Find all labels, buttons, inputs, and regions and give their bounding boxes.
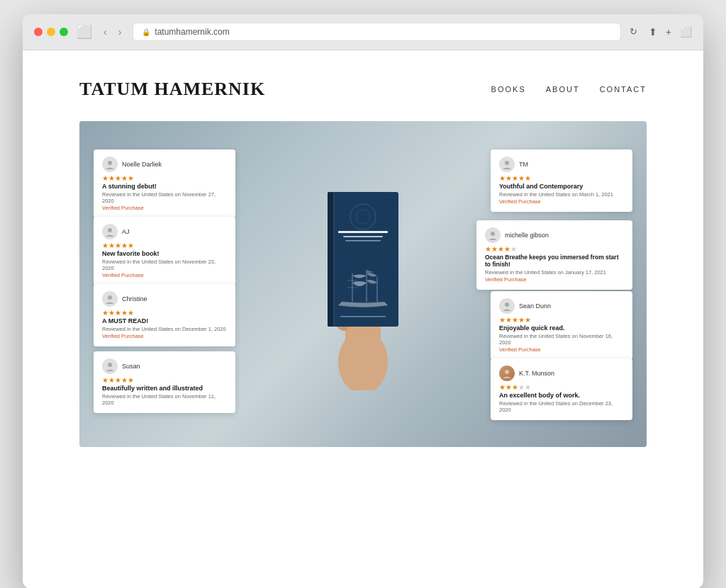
nav-about[interactable]: ABOUT: [546, 85, 580, 94]
review-title-4: Beautifully written and illustrated: [102, 385, 227, 392]
stars-4: ★★★★★: [102, 376, 227, 384]
reviewer-avatar-3: [102, 291, 118, 307]
stars-6: ★★★★★: [485, 245, 624, 253]
close-button[interactable]: [34, 28, 43, 36]
stars-8: ★★★★★: [499, 383, 624, 391]
review-card-1: Noelle Darliek ★★★★★ A stunning debut! R…: [94, 149, 235, 218]
traffic-lights: [34, 28, 68, 36]
verified-2: Verified Purchase: [102, 272, 227, 278]
review-card-5: TM ★★★★★ Youthful and Contemporary Revie…: [491, 149, 632, 212]
review-card-3: Christine ★★★★★ A MUST READ! Reviewed in…: [94, 284, 235, 346]
review-header-3: Christine: [102, 291, 227, 307]
verified-3: Verified Purchase: [102, 333, 227, 339]
lock-icon: 🔒: [142, 28, 150, 36]
svg-point-17: [108, 161, 112, 165]
reviewer-avatar-7: [499, 298, 515, 314]
review-card-2: AJ ★★★★★ New favorite book! Reviewed in …: [94, 217, 235, 285]
nav-books[interactable]: BOOKS: [491, 85, 526, 94]
reviewer-avatar-2: [102, 224, 118, 239]
review-card-6: michelle gibson ★★★★★ Ocean Breathe keep…: [476, 220, 632, 290]
review-date-7: Reviewed in the United States on Novembe…: [499, 333, 624, 346]
review-title-1: A stunning debut!: [102, 183, 227, 190]
review-card-7: Sean Dunn ★★★★★ Enjoyable quick read. Re…: [491, 291, 632, 360]
review-header-7: Sean Dunn: [499, 298, 624, 314]
minimize-button[interactable]: [47, 28, 55, 36]
reviewer-avatar-8: [499, 366, 515, 381]
svg-point-20: [108, 363, 112, 367]
reviewer-name-7: Sean Dunn: [519, 303, 551, 310]
review-date-3: Reviewed in the United States on Decembe…: [102, 326, 227, 332]
review-date-5: Reviewed in the United States on March 1…: [499, 191, 624, 198]
review-header-6: michelle gibson: [485, 227, 624, 243]
svg-point-23: [505, 303, 509, 307]
address-bar[interactable]: 🔒 tatumhamernik.com: [133, 23, 620, 41]
review-card-4: Susan ★★★★★ Beautifully written and illu…: [94, 351, 235, 413]
svg-point-19: [108, 295, 112, 300]
tab-overview-button[interactable]: ⬜: [680, 26, 692, 38]
verified-7: Verified Purchase: [499, 346, 624, 353]
reviewer-avatar-5: [499, 157, 515, 172]
sidebar-toggle[interactable]: ⬜: [77, 24, 92, 40]
reviewer-name-5: TM: [519, 161, 528, 168]
review-header-2: AJ: [102, 224, 227, 239]
url-text: tatumhamernik.com: [155, 27, 229, 37]
review-title-3: A MUST READ!: [102, 317, 227, 324]
new-tab-button[interactable]: +: [666, 26, 671, 38]
review-date-8: Reviewed in the United States on Decembe…: [499, 400, 624, 413]
reviewer-name-6: michelle gibson: [505, 232, 549, 239]
browser-controls: ⬜ ‹ ›: [77, 24, 124, 40]
stars-2: ★★★★★: [102, 242, 227, 249]
review-header-4: Susan: [102, 358, 227, 374]
reviewer-avatar-4: [102, 358, 118, 374]
site-title: TATUM HAMERNIK: [79, 79, 265, 100]
svg-point-22: [491, 232, 495, 236]
site-nav: BOOKS ABOUT CONTACT: [491, 85, 647, 94]
review-title-2: New favorite book!: [102, 250, 227, 257]
review-card-8: K.T. Munson ★★★★★ An excellent body of w…: [491, 358, 632, 420]
back-button[interactable]: ‹: [101, 25, 110, 39]
stars-7: ★★★★★: [499, 316, 624, 324]
review-date-2: Reviewed in the United States on Novembe…: [102, 259, 227, 271]
verified-5: Verified Purchase: [499, 198, 624, 205]
review-date-6: Reviewed in the United States on January…: [485, 269, 624, 276]
browser-chrome: ⬜ ‹ › 🔒 tatumhamernik.com ↻ ⬆ + ⬜: [23, 14, 703, 50]
svg-point-21: [505, 161, 509, 165]
review-header-1: Noelle Darliek: [102, 157, 227, 172]
reviewer-name-1: Noelle Darliek: [122, 161, 162, 168]
review-title-7: Enjoyable quick read.: [499, 324, 624, 332]
hero-section: Noelle Darliek ★★★★★ A stunning debut! R…: [79, 121, 647, 447]
review-date-1: Reviewed in the United States on Novembe…: [102, 191, 227, 204]
forward-button[interactable]: ›: [116, 25, 125, 39]
browser-actions: ↻ ⬆ + ⬜: [630, 26, 692, 38]
stars-5: ★★★★★: [499, 174, 624, 182]
maximize-button[interactable]: [60, 28, 68, 36]
reload-button[interactable]: ↻: [630, 26, 637, 38]
review-title-8: An excellent body of work.: [499, 392, 624, 399]
site-header: TATUM HAMERNIK BOOKS ABOUT CONTACT: [23, 50, 703, 121]
reviewer-name-2: AJ: [122, 228, 130, 235]
stars-3: ★★★★★: [102, 309, 227, 317]
reviews-container: Noelle Darliek ★★★★★ A stunning debut! R…: [79, 121, 647, 447]
review-title-5: Youthful and Contemporary: [499, 183, 624, 190]
nav-contact[interactable]: CONTACT: [600, 85, 647, 94]
reviewer-name-4: Susan: [122, 363, 140, 370]
reviewer-name-8: K.T. Munson: [519, 370, 554, 377]
browser-window: ⬜ ‹ › 🔒 tatumhamernik.com ↻ ⬆ + ⬜ TATUM …: [23, 14, 703, 588]
review-date-4: Reviewed in the United States on Novembe…: [102, 393, 227, 406]
review-header-8: K.T. Munson: [499, 366, 624, 381]
svg-point-24: [505, 370, 509, 374]
verified-1: Verified Purchase: [102, 205, 227, 211]
svg-point-18: [108, 228, 112, 232]
share-button[interactable]: ⬆: [649, 26, 657, 38]
reviewer-name-3: Christine: [122, 295, 147, 303]
reviewer-avatar-1: [102, 157, 118, 172]
review-title-6: Ocean Breathe keeps you immersed from st…: [485, 254, 624, 268]
verified-6: Verified Purchase: [485, 276, 624, 283]
reviewer-avatar-6: [485, 227, 501, 243]
website-content: TATUM HAMERNIK BOOKS ABOUT CONTACT: [23, 50, 703, 588]
stars-1: ★★★★★: [102, 174, 227, 182]
review-header-5: TM: [499, 157, 624, 172]
